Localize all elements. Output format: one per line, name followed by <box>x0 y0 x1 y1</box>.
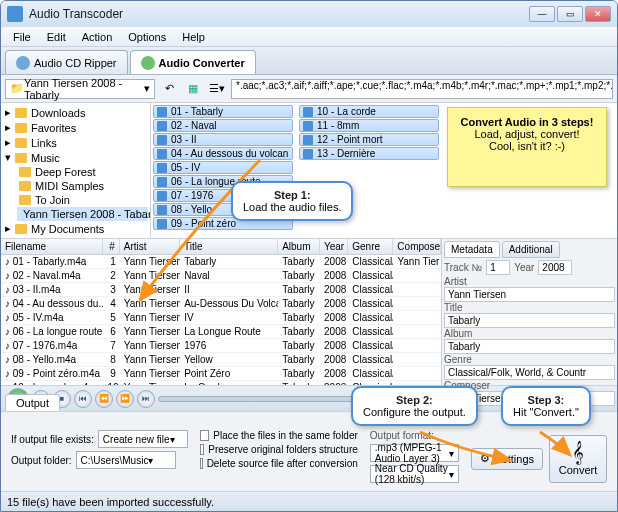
col-header[interactable]: Composer <box>393 239 441 254</box>
list-button[interactable]: ☰▾ <box>207 79 227 99</box>
tree-node: ▾Music <box>3 150 148 165</box>
table-row[interactable]: ♪ 05 - IV.m4a5Yann TiersenIVTabarly2008C… <box>1 311 441 325</box>
exists-select[interactable]: Create new file ▾ <box>98 430 188 448</box>
file-item[interactable]: 13 - Dernière <box>299 147 439 160</box>
table-row[interactable]: ♪ 02 - Naval.m4a2Yann TiersenNavalTabarl… <box>1 269 441 283</box>
menu-edit[interactable]: Edit <box>39 29 74 45</box>
metadata-panel: Metadata Additional Track №1Year2008 Art… <box>442 239 617 385</box>
folder-icon <box>15 224 27 234</box>
menu-file[interactable]: File <box>5 29 39 45</box>
tab-output[interactable]: Output <box>5 394 60 411</box>
col-header[interactable]: Album <box>278 239 320 254</box>
year-field[interactable]: 2008 <box>538 260 572 275</box>
chk-preserve[interactable] <box>200 444 204 455</box>
format-select[interactable]: .mp3 (MPEG-1 Audio Layer 3) ▾ <box>370 444 459 462</box>
tree-node: Yann Tiersen 2008 - Tabarly <box>17 207 148 221</box>
table-row[interactable]: ♪ 03 - II.m4a3Yann TiersenIITabarly2008C… <box>1 283 441 297</box>
up-button[interactable]: ↶ <box>159 79 179 99</box>
menu-options[interactable]: Options <box>120 29 174 45</box>
forward-button[interactable]: ⏩ <box>116 390 134 408</box>
sticky-note: Convert Audio in 3 steps! Load, adjust, … <box>447 107 607 187</box>
close-button[interactable]: ✕ <box>585 6 611 22</box>
file-item[interactable]: 03 - II <box>153 133 293 146</box>
convert-icon <box>141 56 155 70</box>
folder-icon <box>15 138 27 148</box>
table-row[interactable]: ♪ 09 - Point zéro.m4a9Yann TiersenPoint … <box>1 367 441 381</box>
minimize-button[interactable]: — <box>529 6 555 22</box>
file-item[interactable]: 02 - Naval <box>153 119 293 132</box>
col-header[interactable]: Genre <box>348 239 393 254</box>
quality-select[interactable]: Near CD Quality (128 kbit/s) ▾ <box>370 465 459 483</box>
gear-icon: ⚙ <box>480 452 490 465</box>
tree-node: To Join <box>17 193 148 207</box>
col-header[interactable]: Artist <box>120 239 180 254</box>
tab-converter[interactable]: Audio Converter <box>130 50 256 74</box>
file-item[interactable]: 10 - La corde <box>299 105 439 118</box>
folder-icon <box>15 108 27 118</box>
folder-select[interactable]: C:\Users\Music ▾ <box>76 451 176 469</box>
table-row[interactable]: ♪ 10 - La corde.m4a10Yann TiersenLa Cord… <box>1 381 441 385</box>
file-item[interactable]: 05 - IV <box>153 161 293 174</box>
main-tabs: Audio CD Ripper Audio Converter <box>1 47 617 75</box>
path-bar: 📁 Yann Tiersen 2008 - Tabarly ▾ ↶ ▦ ☰▾ *… <box>1 75 617 103</box>
table-row[interactable]: ♪ 08 - Yello.m4a8Yann TiersenYellowTabar… <box>1 353 441 367</box>
menu-help[interactable]: Help <box>174 29 213 45</box>
album-field[interactable]: Tabarly <box>444 339 615 354</box>
file-item[interactable]: 04 - Au dessous du volcan <box>153 147 293 160</box>
col-header[interactable]: Year <box>320 239 348 254</box>
chk-delete[interactable] <box>200 458 203 469</box>
chk-same-folder[interactable] <box>200 430 209 441</box>
grid-wrap: Filename#ArtistTitleAlbumYearGenreCompos… <box>1 239 617 385</box>
tree-node: MIDI Samples <box>17 179 148 193</box>
tree-node: ▸Links <box>3 135 148 150</box>
prev-button[interactable]: ⏮ <box>74 390 92 408</box>
tab-metadata[interactable]: Metadata <box>444 241 500 258</box>
col-header[interactable]: # <box>103 239 120 254</box>
trackno-field[interactable]: 1 <box>486 260 510 275</box>
folder-icon <box>19 195 31 205</box>
cd-icon <box>16 56 30 70</box>
app-icon <box>7 6 23 22</box>
titlebar: Audio Transcoder — ▭ ✕ <box>1 1 617 27</box>
folder-combo[interactable]: 📁 Yann Tiersen 2008 - Tabarly ▾ <box>5 79 155 99</box>
table-row[interactable]: ♪ 01 - Tabarly.m4a1Yann TiersenTabarlyTa… <box>1 255 441 269</box>
menu-action[interactable]: Action <box>74 29 121 45</box>
tab-ripper[interactable]: Audio CD Ripper <box>5 50 128 74</box>
folder-icon <box>15 153 27 163</box>
maximize-button[interactable]: ▭ <box>557 6 583 22</box>
folder-icon <box>19 167 31 177</box>
file-item[interactable]: 01 - Tabarly <box>153 105 293 118</box>
folder-icon <box>15 123 27 133</box>
convert-button[interactable]: 𝄞Convert <box>549 435 607 483</box>
file-item[interactable]: 11 - 8mm <box>299 119 439 132</box>
artist-field[interactable]: Yann Tiersen <box>444 287 615 302</box>
callout-step2: Step 2:Configure the output. <box>351 386 478 426</box>
col-header[interactable]: Title <box>180 239 278 254</box>
table-row[interactable]: ♪ 04 - Au dessous du...4Yann TiersenAu-D… <box>1 297 441 311</box>
file-item[interactable]: 12 - Point mort <box>299 133 439 146</box>
title-field[interactable]: Tabarly <box>444 313 615 328</box>
tree-node: ▸Favorites <box>3 120 148 135</box>
clef-icon: 𝄞 <box>572 442 584 462</box>
view-button[interactable]: ▦ <box>183 79 203 99</box>
track-grid[interactable]: Filename#ArtistTitleAlbumYearGenreCompos… <box>1 239 442 385</box>
genre-field[interactable]: Classical/Folk, World, & Countr <box>444 365 615 380</box>
callout-step3: Step 3:Hit "Convert." <box>501 386 591 426</box>
window-title: Audio Transcoder <box>29 7 529 21</box>
window: Audio Transcoder — ▭ ✕ File Edit Action … <box>0 0 618 512</box>
rewind-button[interactable]: ⏪ <box>95 390 113 408</box>
status-bar: 15 file(s) have been imported successful… <box>1 491 617 511</box>
col-header[interactable]: Filename <box>1 239 103 254</box>
folder-tree[interactable]: ▸Downloads ▸Favorites ▸Links ▾Music Deep… <box>1 103 151 238</box>
tree-node: ▸Downloads <box>3 105 148 120</box>
folder-icon <box>19 181 31 191</box>
output-section: Output If output file exists:Create new … <box>1 411 617 491</box>
settings-button[interactable]: ⚙Settings <box>471 448 543 470</box>
next-button[interactable]: ⏭ <box>137 390 155 408</box>
table-row[interactable]: ♪ 07 - 1976.m4a7Yann Tiersen1976Tabarly2… <box>1 339 441 353</box>
filter-input[interactable]: *.aac;*.ac3;*.aif;*.aiff;*.ape;*.cue;*.f… <box>231 79 613 99</box>
tab-additional[interactable]: Additional <box>502 241 560 258</box>
tree-node: ▸My Documents <box>3 221 148 236</box>
table-row[interactable]: ♪ 06 - La longue route.m4a6Yann TiersenL… <box>1 325 441 339</box>
callout-step1: Step 1:Load the audio files. <box>231 181 353 221</box>
